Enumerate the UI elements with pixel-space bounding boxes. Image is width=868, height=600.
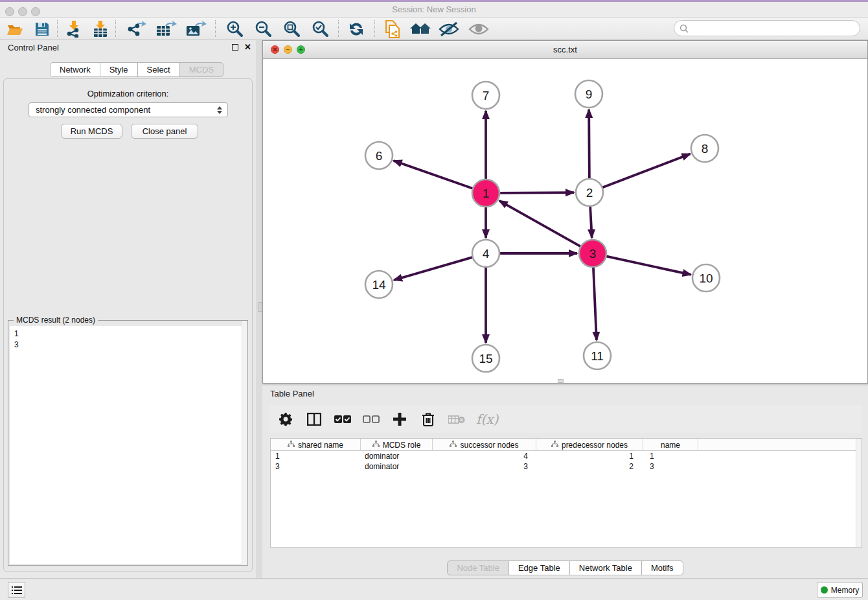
refresh-view-icon[interactable] xyxy=(345,19,367,39)
zoom-fit-icon[interactable] xyxy=(280,19,303,39)
export-network-icon[interactable] xyxy=(126,19,148,39)
search-input[interactable] xyxy=(692,24,860,33)
graph-node-10[interactable]: 10 xyxy=(692,264,720,292)
table-cell[interactable]: 4 xyxy=(433,451,536,461)
zoom-out-icon[interactable] xyxy=(252,19,274,39)
tab-style[interactable]: Style xyxy=(100,62,138,77)
table-row[interactable]: 1dominator411 xyxy=(271,451,862,461)
add-column-icon[interactable] xyxy=(391,410,409,428)
svg-text:1: 1 xyxy=(483,187,490,200)
table-tab-motifs[interactable]: Motifs xyxy=(642,560,683,575)
run-mcds-button[interactable]: Run MCDS xyxy=(61,124,122,139)
settings-gear-icon[interactable] xyxy=(277,410,295,428)
clone-network-icon[interactable] xyxy=(382,19,404,39)
import-table-icon[interactable] xyxy=(89,19,111,39)
column-header-MCDS-role[interactable]: MCDS role xyxy=(361,439,433,451)
toolbar-separator xyxy=(115,20,116,37)
optimization-criterion-select[interactable]: strongly connected component xyxy=(29,102,228,117)
graph-node-14[interactable]: 14 xyxy=(365,271,393,298)
import-network-icon[interactable] xyxy=(62,19,84,39)
table-cell[interactable]: dominator xyxy=(361,461,433,472)
tab-network[interactable]: Network xyxy=(50,62,100,77)
node-table-scrollbar[interactable] xyxy=(856,439,862,547)
zoom-in-icon[interactable] xyxy=(223,19,246,39)
edge-3-to-10[interactable] xyxy=(606,256,691,274)
apply-function-icon[interactable]: f(x) xyxy=(476,411,498,427)
edge-2-to-9[interactable] xyxy=(589,110,589,179)
mcds-result-scrollbar[interactable] xyxy=(242,321,247,565)
window-maximize-icon[interactable]: + xyxy=(297,45,305,54)
node-table[interactable]: shared nameMCDS rolesuccessor nodesprede… xyxy=(270,438,862,548)
zoom-selected-icon[interactable] xyxy=(309,19,331,39)
close-panel-icon[interactable]: ✕ xyxy=(244,42,251,52)
delete-table-icon[interactable] xyxy=(448,410,466,428)
app-maximize-button[interactable] xyxy=(31,7,40,16)
show-all-icon[interactable] xyxy=(468,19,490,39)
edge-1-to-2[interactable] xyxy=(499,192,574,193)
table-cell[interactable]: 3 xyxy=(433,461,536,472)
table-cell[interactable]: 1 xyxy=(271,451,361,461)
graph-node-2[interactable]: 2 xyxy=(576,179,603,206)
tab-select[interactable]: Select xyxy=(138,62,180,77)
graph-node-8[interactable]: 8 xyxy=(691,135,718,162)
table-tab-edge-table[interactable]: Edge Table xyxy=(509,560,570,575)
float-panel-icon[interactable] xyxy=(232,44,238,51)
edge-3-to-1[interactable] xyxy=(499,201,581,247)
graph-node-1[interactable]: 1 xyxy=(472,179,499,207)
search-field[interactable] xyxy=(674,20,860,36)
network-graph-canvas[interactable]: 7968124314101511 xyxy=(263,59,867,384)
memory-button[interactable]: Memory xyxy=(817,582,863,598)
column-header-successor-nodes[interactable]: successor nodes xyxy=(433,439,536,451)
column-header-predecessor-nodes[interactable]: predecessor nodes xyxy=(536,439,643,451)
select-all-rows-icon[interactable] xyxy=(334,410,352,428)
graph-node-15[interactable]: 15 xyxy=(472,345,499,372)
edge-2-to-8[interactable] xyxy=(602,154,691,188)
column-header-shared-name[interactable]: shared name xyxy=(271,439,361,451)
app-close-button[interactable] xyxy=(5,7,14,16)
delete-column-icon[interactable] xyxy=(419,410,437,428)
node-table-header: shared nameMCDS rolesuccessor nodesprede… xyxy=(271,439,862,451)
table-tab-network-table[interactable]: Network Table xyxy=(570,560,642,575)
edge-3-to-11[interactable] xyxy=(593,267,597,340)
graph-node-4[interactable]: 4 xyxy=(472,240,499,267)
save-session-icon[interactable] xyxy=(31,19,53,39)
graph-node-6[interactable]: 6 xyxy=(365,142,393,169)
window-close-icon[interactable]: ✕ xyxy=(271,45,279,54)
close-panel-button[interactable]: Close panel xyxy=(131,124,198,139)
graph-node-9[interactable]: 9 xyxy=(575,80,602,108)
network-window-titlebar[interactable]: ✕ − + scc.txt xyxy=(263,41,867,59)
graph-node-3[interactable]: 3 xyxy=(579,240,606,267)
mcds-result-title: MCDS result (2 nodes) xyxy=(14,316,98,325)
window-resize-grabber[interactable] xyxy=(558,379,564,383)
main-toolbar xyxy=(0,17,868,40)
table-cell[interactable]: 1 xyxy=(643,451,698,461)
export-table-icon[interactable] xyxy=(155,19,177,39)
tab-mcds[interactable]: MCDS xyxy=(180,62,223,77)
sort-hierarchy-icon xyxy=(450,441,457,450)
table-row[interactable]: 3dominator323 xyxy=(271,461,862,472)
deselect-all-rows-icon[interactable] xyxy=(362,410,380,428)
graph-node-11[interactable]: 11 xyxy=(584,342,611,369)
table-panel-tabs: Node TableEdge TableNetwork TableMotifs xyxy=(262,560,868,575)
edge-4-to-14[interactable] xyxy=(394,257,473,280)
table-cell[interactable]: dominator xyxy=(361,451,433,461)
edge-2-to-3[interactable] xyxy=(590,206,592,238)
table-cell[interactable]: 1 xyxy=(536,451,643,461)
table-cell[interactable]: 3 xyxy=(271,461,361,472)
column-layout-icon[interactable] xyxy=(305,410,323,428)
app-minimize-button[interactable] xyxy=(18,7,27,16)
graph-node-7[interactable]: 7 xyxy=(472,82,499,109)
table-tab-node-table[interactable]: Node Table xyxy=(447,560,509,575)
table-cell[interactable]: 2 xyxy=(536,461,643,472)
column-header-name[interactable]: name xyxy=(643,439,698,451)
table-cell[interactable]: 3 xyxy=(643,461,698,472)
hide-unselected-icon[interactable] xyxy=(438,19,460,39)
svg-text:11: 11 xyxy=(591,349,604,363)
open-session-icon[interactable] xyxy=(4,19,26,39)
window-minimize-icon[interactable]: − xyxy=(284,45,292,54)
edge-1-to-6[interactable] xyxy=(394,161,474,189)
export-image-icon[interactable] xyxy=(185,19,207,39)
task-history-button[interactable] xyxy=(8,582,25,598)
home-layout-icon[interactable] xyxy=(409,19,431,39)
mcds-result-text[interactable]: 13 xyxy=(10,326,246,564)
